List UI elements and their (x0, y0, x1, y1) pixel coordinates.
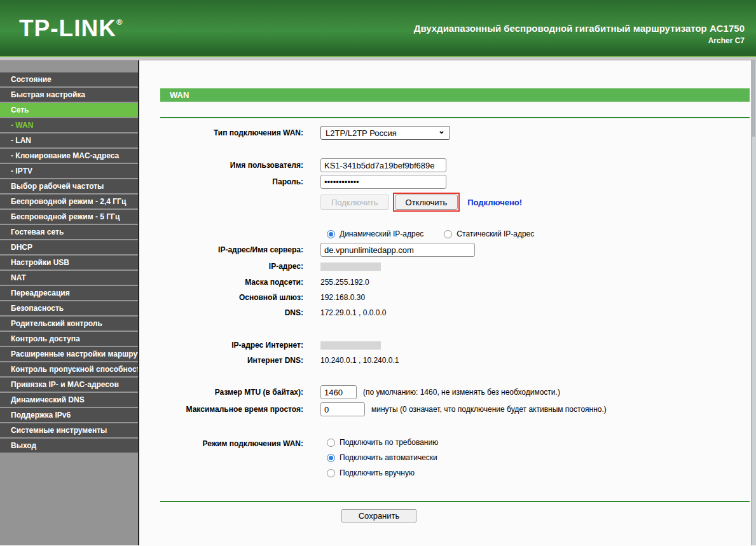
sidebar-item[interactable]: Поддержка IPv6 (0, 408, 138, 422)
sidebar-item[interactable]: Выбор рабочей частоты (0, 179, 138, 193)
sidebar-menu: СостояниеБыстрая настройкаСеть- WAN- LAN… (0, 60, 139, 545)
router-title: Двухдиапазонный беспроводной гигабитный … (414, 23, 745, 34)
sidebar-item[interactable]: Быстрая настройка (0, 88, 138, 102)
idle-note: минуты (0 означает, что подключение буде… (371, 405, 607, 414)
wan-type-label: Тип подключения WAN: (139, 128, 320, 137)
server-label: IP-адрес/Имя сервера: (139, 245, 320, 254)
sidebar-item[interactable]: Системные инструменты (0, 423, 138, 437)
sidebar-item[interactable]: DHCP (0, 240, 138, 254)
idle-field[interactable] (320, 402, 365, 416)
radio-button-icon[interactable] (327, 230, 335, 238)
wan-mode-label: Режим подключения WAN: (139, 438, 320, 448)
scrollbar-thumb[interactable] (752, 60, 755, 137)
sidebar-item[interactable]: Расширенные настройки маршрутизации (0, 347, 138, 361)
sidebar-item[interactable]: - Клонирование MAC-адреса (0, 149, 138, 163)
ip-value-redacted (320, 263, 381, 271)
idle-label: Максимальное время простоя: (139, 405, 320, 414)
inet-ip-value-redacted (320, 341, 381, 350)
ip-mode-option[interactable]: Динамический IP-адрес (327, 229, 423, 238)
sidebar-item[interactable]: Безопасность (0, 301, 138, 315)
mask-value: 255.255.192.0 (320, 278, 369, 287)
wan-mode-option[interactable]: Подключить автоматически (327, 453, 438, 462)
sidebar-item[interactable]: Выход (0, 439, 138, 453)
main-content: WAN Тип подключения WAN: L2TP/L2TP Росси… (139, 60, 756, 545)
gateway-label: Основной шлюз: (139, 293, 320, 302)
connect-button[interactable]: Подключить (320, 195, 389, 210)
ip-mode-option-label: Динамический IP-адрес (340, 229, 423, 238)
wan-mode-option-label: Подключить по требованию (340, 438, 438, 447)
sidebar-item[interactable]: Переадресация (0, 286, 138, 300)
wan-mode-radio-group: Подключить по требованиюПодключить автом… (327, 438, 438, 484)
wan-mode-option-label: Подключить вручную (340, 468, 415, 477)
router-model: Archer C7 (414, 36, 745, 45)
mtu-field[interactable] (320, 385, 357, 399)
wan-settings-form: Тип подключения WAN: L2TP/L2TP Россия ⌄ … (139, 126, 756, 484)
sidebar-item[interactable]: - IPTV (0, 164, 138, 178)
radio-button-icon[interactable] (444, 230, 452, 238)
radio-button-icon[interactable] (327, 469, 335, 477)
inet-dns-label: Интернет DNS: (139, 356, 320, 365)
save-button[interactable]: Сохранить (341, 509, 416, 522)
inet-ip-label: IP-адрес Интернет: (139, 341, 320, 350)
ip-mode-option[interactable]: Статический IP-адрес (444, 229, 534, 238)
disconnect-button[interactable]: Отключить (395, 195, 458, 210)
inet-dns-value: 10.240.0.1 , 10.240.0.1 (320, 356, 399, 365)
divider-top (160, 117, 750, 118)
sidebar-item[interactable]: - WAN (0, 118, 138, 132)
wan-type-select[interactable]: L2TP/L2TP Россия ⌄ (320, 126, 450, 140)
password-field[interactable] (320, 175, 446, 189)
sidebar-item[interactable]: Родительский контроль (0, 317, 138, 331)
server-field[interactable] (320, 243, 475, 257)
mask-label: Маска подсети: (139, 278, 320, 287)
header-right: Двухдиапазонный беспроводной гигабитный … (414, 23, 745, 45)
sidebar-item[interactable]: Гостевая сеть (0, 225, 138, 239)
ip-mode-option-label: Статический IP-адрес (457, 229, 534, 238)
gateway-value: 192.168.0.30 (320, 293, 365, 302)
section-title: WAN (160, 88, 750, 102)
sidebar-item[interactable]: Беспроводной режим - 5 ГГц (0, 210, 138, 224)
mtu-label: Размер MTU (в байтах): (139, 388, 320, 397)
connection-status: Подключено! (467, 198, 522, 207)
tp-link-logo: TP-LINK® (19, 15, 123, 42)
chevron-down-icon: ⌄ (438, 128, 445, 134)
sidebar-item[interactable]: Настройки USB (0, 256, 138, 270)
sidebar-item[interactable]: Сеть (0, 103, 138, 117)
mtu-note: (по умолчанию: 1460, не изменять без нео… (363, 388, 560, 397)
password-label: Пароль: (139, 177, 320, 186)
radio-button-icon[interactable] (327, 439, 335, 447)
username-field[interactable] (320, 158, 446, 172)
ip-label: IP-адрес: (139, 262, 320, 271)
wan-mode-option[interactable]: Подключить вручную (327, 468, 438, 477)
radio-button-icon[interactable] (327, 454, 335, 462)
sidebar-item[interactable]: Состояние (0, 72, 138, 86)
scrollbar[interactable] (751, 60, 756, 545)
divider-bottom (160, 501, 750, 502)
sidebar-item[interactable]: Контроль доступа (0, 332, 138, 346)
dns-label: DNS: (139, 308, 320, 317)
sidebar-item[interactable]: Привязка IP- и MAC-адресов (0, 378, 138, 392)
wan-mode-option[interactable]: Подключить по требованию (327, 438, 438, 447)
sidebar-item[interactable]: - LAN (0, 133, 138, 147)
wan-type-value: L2TP/L2TP Россия (326, 128, 397, 138)
red-highlight-box: Отключить (393, 193, 460, 212)
wan-mode-option-label: Подключить автоматически (340, 453, 437, 462)
sidebar-item[interactable]: NAT (0, 271, 138, 285)
sidebar-item[interactable]: Контроль пропускной способности (0, 362, 138, 376)
username-label: Имя пользователя: (139, 161, 320, 170)
registered-mark: ® (116, 17, 123, 27)
sidebar-item[interactable]: Беспроводной режим - 2,4 ГГц (0, 195, 138, 208)
dns-value: 172.29.0.1 , 0.0.0.0 (320, 308, 386, 317)
ip-mode-radio-group: Динамический IP-адресСтатический IP-адре… (327, 229, 554, 238)
app-header: TP-LINK® Двухдиапазонный беспроводной ги… (0, 0, 756, 57)
logo-text: TP-LINK (19, 15, 116, 41)
sidebar-item[interactable]: Динамический DNS (0, 393, 138, 407)
